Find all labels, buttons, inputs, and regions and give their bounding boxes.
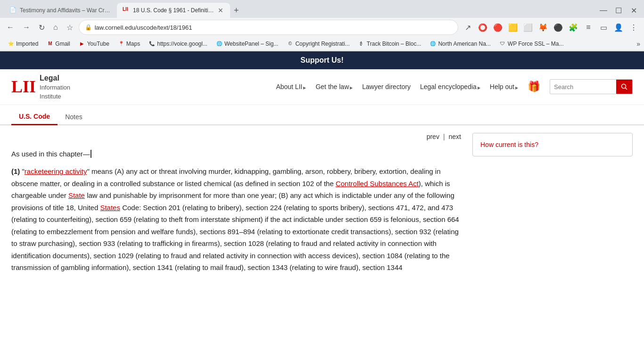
tab-uscode[interactable]: U.S. Code — [11, 109, 58, 125]
new-tab-button[interactable]: + — [230, 6, 243, 16]
bookmark-northamerican[interactable]: 🌐 North American Na... — [426, 40, 494, 48]
content-tabs: U.S. Code Notes — [0, 109, 644, 125]
share-icon[interactable]: ↗ — [461, 21, 474, 34]
bookmark-wpforce[interactable]: 🛡 WP Force SSL – Ma... — [495, 40, 568, 48]
bookmark-voice-favicon: 📞 — [149, 41, 155, 47]
chapter-text: As used in this chapter— (1) "racketeeri… — [11, 148, 461, 274]
home-button[interactable]: ⌂ — [50, 21, 61, 33]
tab2-favicon: LII — [123, 7, 130, 14]
extension3-icon[interactable]: ⬜ — [521, 21, 535, 34]
search-icon — [621, 83, 627, 90]
nav-helpout[interactable]: Help out — [490, 83, 518, 90]
browser-chrome: 📄 Testimony and Affidavits – War Crime..… — [0, 0, 644, 51]
sidebar-icon[interactable]: ▭ — [597, 21, 610, 34]
bookmark-bitcoin-label: Track Bitcoin – Bloc... — [367, 41, 421, 47]
site-header: LII Legal InformationInstitute About LII… — [0, 69, 644, 105]
bookmark-maps-label: Maps — [126, 41, 140, 47]
bookmark-gmail-favicon: M — [47, 41, 53, 47]
bookmark-maps[interactable]: 📍 Maps — [114, 40, 144, 48]
nav-getlaw[interactable]: Get the law — [315, 83, 353, 90]
bookmark-maps-favicon: 📍 — [118, 41, 124, 47]
chapter-intro: As used in this chapter— — [11, 148, 461, 160]
bookmark-youtube[interactable]: ▶ YouTube — [75, 40, 113, 48]
controlled-substances-act-link[interactable]: Controlled Substances Act — [336, 180, 419, 188]
extension1-icon[interactable]: 🔴 — [491, 21, 504, 34]
reload-button[interactable]: ↻ — [36, 21, 48, 34]
definition-text-4: Code: Section 201 (relating to bribery),… — [11, 204, 459, 272]
bookmark-button[interactable]: ☆ — [64, 21, 76, 34]
search-input[interactable] — [550, 82, 616, 92]
bookmark-gmail[interactable]: M Gmail — [43, 40, 74, 48]
profile-icon[interactable]: 👤 — [612, 21, 625, 34]
bookmark-imported-favicon: ⭐ — [8, 41, 14, 47]
term-link-racketeering[interactable]: racketeering activity — [25, 167, 87, 175]
maximize-button[interactable]: ☐ — [612, 4, 625, 17]
lii-name-rest: InformationInstitute — [40, 84, 70, 99]
gift-icon[interactable]: 🎁 — [528, 81, 540, 93]
states-link[interactable]: States — [100, 204, 120, 212]
main-layout: prev | next As used in this chapter— (1)… — [0, 125, 644, 278]
site-nav: About LII Get the law Lawyer directory L… — [276, 79, 633, 94]
bookmark-youtube-label: YouTube — [87, 41, 109, 47]
extension4-icon[interactable]: 🦊 — [537, 21, 550, 34]
nav-row: prev | next — [11, 133, 461, 140]
bookmark-imported[interactable]: ⭐ Imported — [4, 40, 42, 48]
lastpass-icon[interactable]: ⭕ — [476, 21, 489, 34]
nav-encyclopedia[interactable]: Legal encyclopedia — [420, 83, 480, 90]
tab1-title: Testimony and Affidavits – War Crime... — [20, 7, 111, 14]
lii-name-strong: Legal — [40, 73, 70, 83]
bookmark-voice[interactable]: 📞 https://voice.googl... — [145, 40, 211, 48]
prev-link[interactable]: prev — [427, 133, 439, 140]
bookmark-copyright-label: Copyright Registrati... — [295, 41, 349, 47]
more-bookmarks-button[interactable]: » — [636, 40, 640, 48]
bookmark-wpforce-label: WP Force SSL – Ma... — [508, 41, 564, 47]
close-window-button[interactable]: ✕ — [627, 4, 640, 17]
definition-paragraph-1: (1) "racketeering activity" means (A) an… — [11, 165, 461, 274]
bookmark-bitcoin[interactable]: ₿ Track Bitcoin – Bloc... — [355, 40, 425, 48]
url-bar[interactable]: 🔒 law.cornell.edu/uscode/text/18/1961 — [79, 20, 458, 35]
sidebar: How current is this? — [472, 125, 633, 278]
kami-icon[interactable]: ≡ — [582, 21, 595, 34]
intro-text: As used in this chapter— — [11, 150, 90, 158]
tab-1[interactable]: 📄 Testimony and Affidavits – War Crime..… — [4, 3, 117, 18]
url-text: law.cornell.edu/uscode/text/18/1961 — [95, 24, 452, 31]
lii-logo[interactable]: LII Legal InformationInstitute — [11, 73, 70, 101]
minimize-button[interactable]: — — [597, 4, 610, 17]
tab-notes[interactable]: Notes — [58, 109, 90, 124]
extension2-icon[interactable]: 🟨 — [506, 21, 520, 34]
menu-icon[interactable]: ⋮ — [627, 21, 640, 34]
extension5-icon[interactable]: ⚫ — [552, 21, 565, 34]
bookmark-northamerican-label: North American Na... — [438, 41, 490, 47]
next-link[interactable]: next — [449, 133, 461, 140]
forward-button[interactable]: → — [20, 21, 33, 33]
content-area: prev | next As used in this chapter— (1)… — [11, 125, 461, 278]
tab1-favicon: 📄 — [9, 7, 17, 14]
bookmark-wpforce-favicon: 🛡 — [499, 41, 506, 47]
nav-lawyerdirectory[interactable]: Lawyer directory — [362, 83, 411, 90]
cursor — [91, 150, 93, 158]
extensions-icon[interactable]: 🧩 — [567, 21, 580, 34]
bookmark-youtube-favicon: ▶ — [79, 41, 85, 47]
lii-logo-mark: LII — [11, 77, 36, 97]
search-button[interactable] — [616, 80, 632, 94]
bookmark-copyright[interactable]: © Copyright Registrati... — [283, 40, 353, 48]
search-box[interactable] — [550, 79, 633, 94]
nav-about[interactable]: About LII — [276, 83, 306, 90]
svg-line-1 — [626, 88, 627, 90]
bookmark-copyright-favicon: © — [287, 41, 293, 47]
support-text: Support Us! — [300, 56, 344, 64]
tab2-close[interactable]: ✕ — [217, 7, 224, 14]
bookmark-websitepanel-favicon: 🌐 — [216, 41, 223, 47]
how-current-link[interactable]: How current is this? — [480, 141, 538, 148]
state-link[interactable]: State — [68, 191, 85, 199]
bookmark-websitepanel[interactable]: 🌐 WebsitePanel – Sig... — [212, 40, 282, 48]
tab-2[interactable]: LII 18 U.S. Code § 1961 - Definitions ..… — [117, 3, 230, 18]
svg-point-0 — [622, 84, 626, 89]
bookmark-voice-label: https://voice.googl... — [157, 41, 207, 47]
sidebar-card: How current is this? — [472, 133, 633, 156]
nav-divider: | — [443, 133, 445, 140]
bookmark-bitcoin-favicon: ₿ — [358, 41, 365, 47]
bookmark-northamerican-favicon: 🌐 — [429, 41, 436, 47]
bookmarks-bar: ⭐ Imported M Gmail ▶ YouTube 📍 Maps 📞 ht… — [0, 37, 644, 51]
back-button[interactable]: ← — [4, 21, 17, 33]
